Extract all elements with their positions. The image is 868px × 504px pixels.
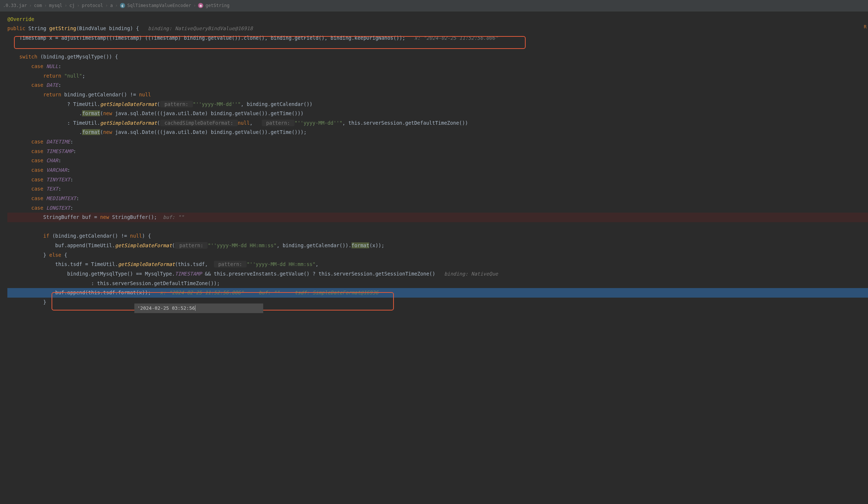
code-text: (binding.getCalendar() !=: [49, 233, 130, 239]
code-text: (BindValue binding) {: [76, 25, 148, 31]
inline-debug-hint: x: "2024-02-25 11:52:56.006": [160, 290, 244, 295]
code-text: .: [7, 129, 82, 135]
code-text: :: [70, 139, 73, 145]
code-text: (x));: [369, 242, 384, 248]
code-text: ) {: [142, 233, 151, 239]
code-text: buf.append(TimeUtil.: [7, 242, 115, 248]
keyword: case: [7, 186, 46, 192]
chevron-right-icon: ›: [105, 1, 108, 10]
code-text: ? TimeUtil.: [7, 101, 100, 107]
constant: DATETIME: [46, 139, 70, 145]
code-text: :: [70, 177, 73, 182]
spacer: [280, 290, 295, 295]
keyword: case: [7, 205, 46, 211]
breadcrumb-pkg[interactable]: protocol: [82, 1, 103, 10]
code-text: , this.serverSession.getDefaultTimeZone(…: [342, 120, 468, 126]
code-text: (: [100, 110, 103, 116]
chevron-right-icon: ›: [77, 1, 80, 10]
constant: TINYTEXT: [46, 177, 70, 182]
breadcrumb-pkg[interactable]: mysql: [49, 1, 62, 10]
constant: TEXT: [46, 186, 59, 192]
code-text: StringBuffer();: [109, 214, 163, 220]
breadcrumb[interactable]: .0.33.jar › com › mysql › cj › protocol …: [0, 0, 868, 12]
code-text: (: [157, 101, 160, 107]
code-text: java.sql.Date(((java.util.Date) binding.…: [112, 110, 304, 116]
method-icon: m: [198, 3, 203, 8]
code-text: :: [58, 63, 61, 69]
code-text: (: [172, 242, 175, 248]
spacer: [244, 290, 259, 295]
parameter-hint: pattern:: [262, 120, 294, 126]
text-cursor: [195, 305, 195, 311]
type: String: [25, 25, 49, 31]
method-name: getString: [49, 25, 76, 31]
code-text: java.sql.Date(((java.util.Date) binding.…: [112, 129, 307, 135]
code-text: ,: [315, 261, 318, 267]
keyword: case: [7, 167, 46, 173]
string-literal: "''yyyy-MM-dd''": [193, 101, 241, 107]
code-text: && this.preserveInstants.getValue() ? th…: [202, 271, 444, 277]
keyword: null: [130, 233, 142, 239]
keyword: case: [7, 157, 46, 163]
breadcrumb-method[interactable]: getString: [205, 1, 229, 10]
string-literal: "null": [64, 73, 82, 79]
breadcrumb-pkg[interactable]: com: [34, 1, 42, 10]
breadcrumb-class[interactable]: SqlTimestampValueEncoder: [127, 1, 191, 10]
code-text: (: [100, 129, 103, 135]
parameter-hint: pattern:: [214, 261, 247, 267]
breadcrumb-pkg[interactable]: a: [110, 1, 113, 10]
keyword: return: [7, 92, 61, 97]
breadcrumb-jar[interactable]: .0.33.jar: [3, 1, 27, 10]
parameter-hint: pattern:: [160, 101, 193, 107]
inline-debug-hint: x: "2024-02-25 11:52:56.006": [414, 35, 498, 41]
method-call: format: [352, 242, 370, 248]
keyword: switch: [7, 54, 37, 60]
chevron-right-icon: ›: [29, 1, 32, 10]
parameter-hint: cachedSimpleDateFormat:: [160, 120, 238, 126]
code-editor[interactable]: R @Override public String getString(Bind…: [0, 12, 868, 310]
code-text: }: [7, 252, 49, 258]
constant: VARCHAR: [46, 167, 67, 173]
breadcrumb-pkg[interactable]: cj: [70, 1, 75, 10]
code-text: (: [157, 120, 160, 126]
keyword: new: [103, 110, 112, 116]
keyword: new: [103, 129, 112, 135]
code-text: {: [61, 252, 67, 258]
code-text: binding.getMysqlType() == MysqlType.: [7, 271, 175, 277]
constant: TIMESTAMP: [175, 271, 202, 277]
code-text: :: [58, 82, 61, 88]
code-text: StringBuffer buf =: [7, 214, 100, 220]
gutter-indicator: R: [864, 23, 867, 31]
code-text: binding.getCalendar() !=: [61, 92, 139, 97]
keyword: public: [7, 25, 25, 31]
code-text: :: [76, 195, 79, 201]
evaluate-expression-popup[interactable]: '2024-02-25 03:52:56: [134, 304, 263, 313]
code-text: :: [58, 186, 61, 192]
code-text: : this.serverSession.getDefaultTimeZone(…: [7, 280, 220, 286]
evaluate-result: '2024-02-25 03:52:56: [137, 305, 195, 311]
annotation: @Override: [7, 16, 34, 22]
code-text: , binding.getCalendar()).: [276, 242, 351, 248]
keyword: new: [100, 214, 109, 220]
code-text: this.tsdf = TimeUtil.: [7, 261, 118, 267]
static-method: getSimpleDateFormat: [100, 101, 157, 107]
chevron-right-icon: ›: [64, 1, 67, 10]
constant: NULL: [46, 63, 59, 69]
code-text: : TimeUtil.: [7, 120, 100, 126]
code-text: Timestamp x = adjustTimestamp((Timestamp…: [7, 35, 414, 41]
string-literal: "''yyyy-MM-dd HH:mm:ss": [247, 261, 315, 267]
code-text: (this.tsdf,: [175, 261, 214, 267]
constant: TIMESTAMP: [46, 148, 73, 154]
code-text: :: [70, 205, 73, 211]
code-text: buf.append(this.tsdf.format(x));: [7, 290, 160, 295]
class-icon: c: [120, 3, 125, 8]
string-literal: "''yyyy-MM-dd HH:mm:ss": [208, 242, 276, 248]
inline-debug-hint: binding: NativeQue: [444, 271, 498, 277]
keyword: case: [7, 63, 46, 69]
static-method: getSimpleDateFormat: [115, 242, 172, 248]
keyword: if: [7, 233, 49, 239]
constant: LONGTEXT: [46, 205, 70, 211]
code-text: }: [7, 299, 46, 305]
constant: MEDIUMTEXT: [46, 195, 76, 201]
keyword: case: [7, 148, 46, 154]
